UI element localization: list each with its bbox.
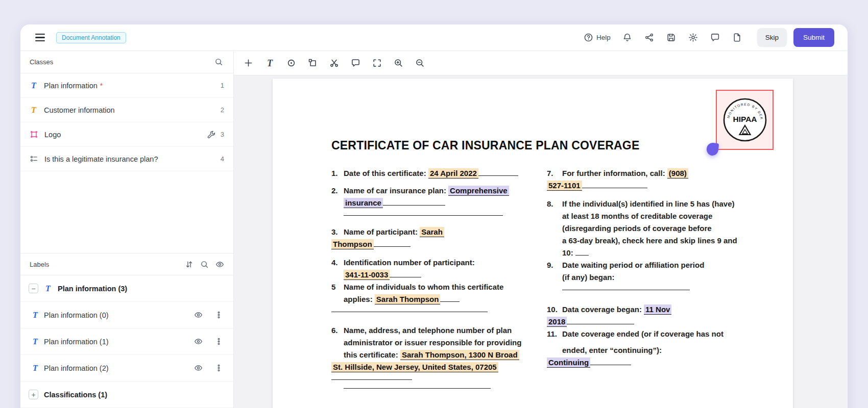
field-label: at least 18 months of creditable coverag…: [562, 212, 712, 220]
field-label: Date coverage ended (or if coverage has …: [562, 329, 724, 338]
class-row-plan-information[interactable]: T Plan information * 1: [20, 73, 233, 98]
move-tool-button[interactable]: [240, 55, 257, 71]
field-number: 8.: [547, 198, 553, 210]
annotation-customer-information[interactable]: 527-1101: [547, 181, 582, 191]
label-row-plan-information-1[interactable]: T Plan information (1): [20, 328, 233, 355]
box-tool-button[interactable]: [304, 55, 321, 71]
label-menu-button[interactable]: [211, 308, 226, 323]
text-entity-icon: T: [30, 106, 38, 114]
class-label: Plan information: [44, 82, 98, 90]
hipaa-seal: MONITORED BY DEKRA HIPAA: [722, 97, 768, 143]
annotation-plan-information[interactable]: Continuing: [547, 358, 590, 368]
form-blank-line: [567, 317, 634, 324]
form-field-1: 1. Date of this certificate: 24 April 20…: [331, 167, 510, 180]
fit-screen-button[interactable]: [369, 55, 385, 71]
documentation-button[interactable]: [728, 29, 746, 47]
expand-checkbox[interactable]: +: [29, 390, 38, 399]
labels-search-button[interactable]: [197, 257, 212, 272]
label-menu-button[interactable]: [211, 334, 226, 349]
save-button[interactable]: [662, 29, 681, 47]
zoom-in-button[interactable]: [390, 55, 407, 71]
label-visibility-toggle[interactable]: [190, 308, 206, 323]
form-rule: [562, 290, 690, 290]
box-tool-icon: [308, 58, 318, 68]
help-label: Help: [596, 34, 611, 41]
class-hotkey: 4: [221, 155, 224, 163]
labels-header: Labels: [20, 253, 233, 275]
eye-icon: [194, 337, 203, 346]
annotation-plan-information[interactable]: insurance: [344, 198, 383, 208]
annotation-customer-information[interactable]: Sarah Thompson, 1300 N Broad: [400, 350, 519, 360]
labels-sort-button[interactable]: [181, 257, 197, 272]
text-tool-button[interactable]: T: [261, 55, 278, 71]
top-bar: Document Annotation Help: [20, 24, 848, 51]
label-group-title: Plan information (3): [58, 285, 127, 293]
help-button[interactable]: Help: [580, 30, 615, 45]
hamburger-menu-button[interactable]: [31, 29, 49, 47]
classification-icon: [30, 155, 38, 163]
settings-button[interactable]: [684, 29, 703, 47]
field-label: administrator or issuer responsible for …: [344, 338, 521, 347]
collapse-icon: −: [31, 285, 35, 292]
label-title: Plan information (2): [44, 364, 109, 372]
zoom-out-button[interactable]: [412, 55, 428, 71]
class-row-legitimate-plan-question[interactable]: Is this a legitimate insurance plan? 4: [20, 147, 233, 171]
label-visibility-toggle[interactable]: [190, 334, 206, 349]
form-field-9: 9. Date waiting period or affiliation pe…: [547, 259, 741, 290]
form-field-10: 10. Data coverage began: 11 Nov 2018: [547, 303, 741, 328]
form-rule: [331, 312, 488, 312]
eye-icon: [215, 260, 224, 269]
logo-annotation-box[interactable]: MONITORED BY DEKRA HIPAA: [716, 90, 774, 150]
point-tool-icon: [286, 58, 296, 68]
annotation-plan-information[interactable]: Comprehensive: [448, 186, 509, 196]
form-blank-line: [390, 270, 421, 277]
gear-icon: [688, 33, 698, 42]
annotation-customer-information[interactable]: Thompson: [331, 239, 374, 249]
annotation-customer-information[interactable]: St. Hillside, New Jersey, United States,…: [331, 362, 498, 372]
class-row-customer-information[interactable]: T Customer information 2: [20, 98, 233, 122]
collapse-checkbox[interactable]: −: [29, 284, 38, 293]
comment-tool-button[interactable]: [347, 55, 364, 71]
label-visibility-toggle[interactable]: [190, 361, 206, 376]
classes-search-button[interactable]: [211, 55, 226, 70]
annotation-customer-information[interactable]: 24 April 2022: [428, 168, 478, 178]
label-menu-button[interactable]: [211, 361, 226, 376]
field-label: (if any) began:: [562, 273, 615, 282]
annotation-plan-information[interactable]: 11 Nov: [644, 304, 671, 315]
submit-button[interactable]: Submit: [793, 28, 834, 47]
label-row-plan-information-0[interactable]: T Plan information (0): [20, 302, 233, 328]
class-label: Logo: [44, 131, 61, 139]
slice-tool-button[interactable]: [326, 55, 343, 71]
label-title: Plan information (1): [44, 338, 109, 346]
form-rule: [344, 388, 491, 389]
share-button[interactable]: [640, 29, 659, 47]
eye-icon: [194, 364, 203, 372]
form-blank-line: [478, 168, 518, 176]
sidebar-spacer: [20, 171, 233, 253]
required-marker: *: [100, 82, 103, 90]
skip-button[interactable]: Skip: [757, 28, 787, 47]
label-group-plan-information[interactable]: − T Plan information (3): [20, 275, 233, 302]
notifications-button[interactable]: [618, 29, 637, 47]
comment-tool-icon: [351, 58, 360, 68]
sort-icon: [185, 260, 194, 269]
classifications-group[interactable]: + Classifications (1): [20, 381, 233, 408]
field-label: applies:: [344, 295, 375, 303]
class-row-logo[interactable]: Logo 3: [20, 122, 233, 147]
label-title: Plan information (0): [44, 311, 109, 319]
feedback-button[interactable]: [706, 29, 725, 47]
document-canvas[interactable]: CERTIFICATE OF CAR INSURANCE PLAN COVERA…: [234, 75, 848, 408]
annotation-customer-information[interactable]: 341-11-0033: [344, 270, 390, 280]
annotation-customer-information[interactable]: Sarah: [420, 227, 444, 237]
form-blank-line: [374, 239, 411, 247]
annotation-customer-information[interactable]: (908): [667, 168, 688, 178]
text-entity-icon: T: [44, 285, 52, 293]
presence-cursor: [706, 142, 719, 156]
label-row-plan-information-2[interactable]: T Plan information (2): [20, 355, 233, 381]
annotation-plan-information[interactable]: 2018: [547, 317, 567, 327]
labels-visibility-button[interactable]: [212, 257, 227, 272]
help-icon: [584, 33, 593, 42]
point-tool-button[interactable]: [283, 55, 300, 71]
annotation-customer-information[interactable]: Sarah Thompson: [375, 294, 441, 304]
labels-title: Labels: [30, 261, 49, 268]
